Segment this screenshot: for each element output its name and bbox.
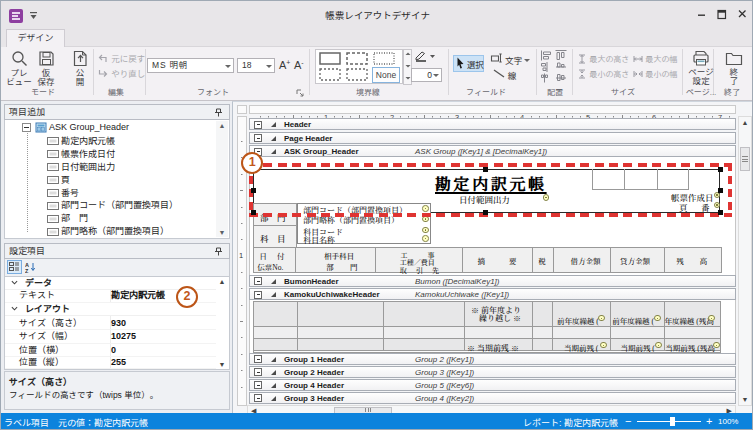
svg-text:Z: Z xyxy=(25,267,29,273)
